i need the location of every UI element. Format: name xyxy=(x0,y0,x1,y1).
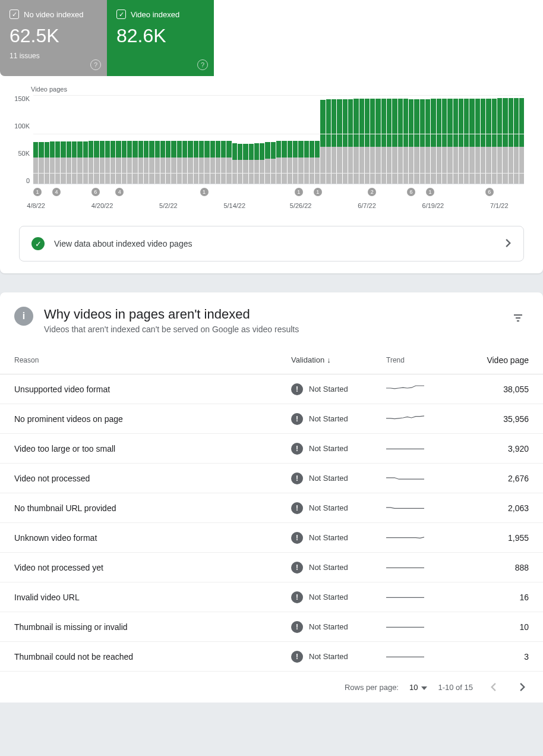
chart-bar[interactable] xyxy=(497,95,502,184)
chart-bar[interactable] xyxy=(475,95,480,184)
chart-bar[interactable] xyxy=(166,95,171,184)
chart-bar[interactable] xyxy=(182,95,187,184)
chart-bar[interactable] xyxy=(100,95,105,184)
chart-bar[interactable] xyxy=(61,95,65,184)
chart-bar[interactable] xyxy=(249,95,254,184)
chart-bar[interactable] xyxy=(226,95,231,184)
chart-bar[interactable] xyxy=(105,95,110,184)
chart-bar[interactable] xyxy=(353,95,358,184)
chart-bar[interactable] xyxy=(122,95,127,184)
chart-bar[interactable] xyxy=(171,95,176,184)
chart-bar[interactable] xyxy=(45,95,49,184)
chart-bar[interactable] xyxy=(127,95,132,184)
chart-bar[interactable] xyxy=(469,95,474,184)
chart-bar[interactable] xyxy=(459,95,463,184)
chart-bar[interactable] xyxy=(282,95,286,184)
chart-bar[interactable] xyxy=(77,95,82,184)
chart-bar[interactable] xyxy=(409,95,413,184)
chart-bar[interactable] xyxy=(509,95,513,184)
chart-bar[interactable] xyxy=(271,95,276,184)
stat-card-no-video-indexed[interactable]: ✓ No video indexed 62.5K 11 issues ? xyxy=(0,0,107,76)
help-icon[interactable]: ? xyxy=(197,59,208,70)
chart-bar[interactable] xyxy=(420,95,425,184)
chart-bar[interactable] xyxy=(375,95,380,184)
chart-bar[interactable] xyxy=(315,95,320,184)
event-badge[interactable]: 4 xyxy=(115,188,124,196)
chart-bar[interactable] xyxy=(447,95,452,184)
chart-bar[interactable] xyxy=(177,95,182,184)
chart-bar[interactable] xyxy=(332,95,336,184)
chart-bar[interactable] xyxy=(387,95,392,184)
table-row[interactable]: Unknown video format!Not Started1,955 xyxy=(0,523,543,553)
table-row[interactable]: Video not processed!Not Started2,676 xyxy=(0,464,543,493)
chart-bar[interactable] xyxy=(464,95,469,184)
chart-bar[interactable] xyxy=(138,95,143,184)
chart-bar[interactable] xyxy=(204,95,209,184)
col-header-validation[interactable]: Validation ↓ xyxy=(291,355,386,364)
chart-bar[interactable] xyxy=(503,95,507,184)
filter-icon[interactable] xyxy=(507,307,529,330)
chart-bar[interactable] xyxy=(254,95,259,184)
chart-bar[interactable] xyxy=(149,95,154,184)
chart-bar[interactable] xyxy=(155,95,160,184)
event-badge[interactable]: 1 xyxy=(33,188,42,196)
table-row[interactable]: Thumbnail could not be reached!Not Start… xyxy=(0,642,543,672)
chart-bar[interactable] xyxy=(442,95,447,184)
chart-bar[interactable] xyxy=(343,95,348,184)
chart-bar[interactable] xyxy=(392,95,397,184)
view-indexed-data-banner[interactable]: ✓ View data about indexed video pages xyxy=(19,226,524,262)
chart-bar[interactable] xyxy=(519,95,524,184)
chart-bar[interactable] xyxy=(33,95,38,184)
chart-bar[interactable] xyxy=(293,95,298,184)
chart-bar[interactable] xyxy=(514,95,519,184)
chart-bar[interactable] xyxy=(425,95,430,184)
chart-bar[interactable] xyxy=(453,95,458,184)
col-header-reason[interactable]: Reason xyxy=(14,356,291,364)
table-row[interactable]: Video not processed yet!Not Started888 xyxy=(0,553,543,582)
chart-bar[interactable] xyxy=(72,95,77,184)
col-header-trend[interactable]: Trend xyxy=(386,356,457,364)
chart-bar[interactable] xyxy=(188,95,192,184)
chart-bar[interactable] xyxy=(243,95,248,184)
table-row[interactable]: Video too large or too small!Not Started… xyxy=(0,434,543,464)
chart-bar[interactable] xyxy=(403,95,408,184)
event-badge[interactable]: 1 xyxy=(200,188,209,196)
chart-bar[interactable] xyxy=(326,95,331,184)
table-row[interactable]: Invalid video URL!Not Started16 xyxy=(0,582,543,612)
chart-bars[interactable] xyxy=(33,95,524,184)
event-badge[interactable]: 1 xyxy=(426,188,434,196)
chart-bar[interactable] xyxy=(304,95,309,184)
table-row[interactable]: No prominent videos on page!Not Started3… xyxy=(0,404,543,434)
chart-bar[interactable] xyxy=(232,95,237,184)
chart-bar[interactable] xyxy=(310,95,314,184)
chart-bar[interactable] xyxy=(481,95,485,184)
chart-bar[interactable] xyxy=(67,95,71,184)
chart-bar[interactable] xyxy=(132,95,137,184)
chart-bar[interactable] xyxy=(486,95,491,184)
event-badge[interactable]: 4 xyxy=(52,188,61,196)
chart-bar[interactable] xyxy=(260,95,264,184)
event-badge[interactable]: 1 xyxy=(295,188,303,196)
chart-bar[interactable] xyxy=(111,95,115,184)
chart-bar[interactable] xyxy=(39,95,43,184)
chart-bar[interactable] xyxy=(298,95,303,184)
event-badge[interactable]: 6 xyxy=(407,188,415,196)
chart-bar[interactable] xyxy=(431,95,435,184)
chart-bar[interactable] xyxy=(83,95,88,184)
chart-bar[interactable] xyxy=(359,95,364,184)
chart-bar[interactable] xyxy=(381,95,386,184)
chart-bar[interactable] xyxy=(276,95,281,184)
chart-bar[interactable] xyxy=(238,95,242,184)
chart-bar[interactable] xyxy=(94,95,99,184)
event-badge[interactable]: 6 xyxy=(91,188,100,196)
chart-bar[interactable] xyxy=(265,95,270,184)
chart-bar[interactable] xyxy=(116,95,121,184)
chart-bar[interactable] xyxy=(320,95,325,184)
chart-bar[interactable] xyxy=(348,95,353,184)
chart-bar[interactable] xyxy=(144,95,149,184)
chart-bar[interactable] xyxy=(492,95,497,184)
chart-bar[interactable] xyxy=(398,95,403,184)
chart-bar[interactable] xyxy=(216,95,220,184)
chart-bar[interactable] xyxy=(437,95,441,184)
event-badge[interactable]: 6 xyxy=(485,188,494,196)
